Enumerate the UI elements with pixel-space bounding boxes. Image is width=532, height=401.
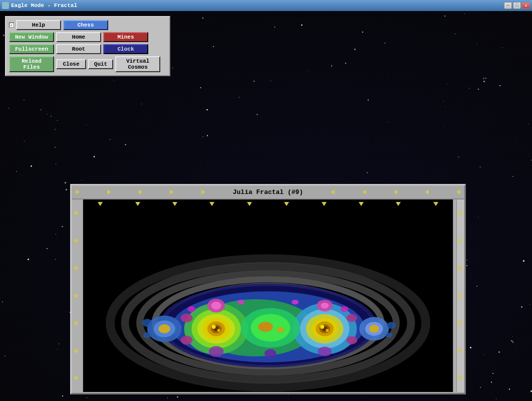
star [41,109,41,110]
menu-row-1: ✓ Help Chess [9,20,166,30]
star [444,16,445,17]
svg-point-45 [347,336,358,344]
star [369,34,370,35]
star [3,35,4,36]
star [202,18,203,19]
star [466,260,467,261]
star [368,99,369,100]
star [177,396,178,397]
star [478,89,479,90]
fractal-svg [72,199,464,392]
star [476,286,477,287]
star [28,259,29,260]
checkbox[interactable]: ✓ [9,23,14,28]
star [301,25,303,26]
svg-point-46 [142,319,152,327]
mines-button[interactable]: Mines [103,32,148,42]
star [5,355,6,356]
star [483,354,484,355]
star [9,108,9,108]
svg-point-48 [387,322,396,329]
star [512,336,513,337]
star [523,260,524,261]
star [238,97,239,98]
star [65,182,66,183]
svg-point-58 [217,329,220,332]
star [444,126,445,126]
maximize-button[interactable]: □ [513,2,521,9]
star [485,78,486,79]
star [445,107,446,107]
home-button[interactable]: Home [56,32,101,42]
close-panel-button[interactable]: Close [56,59,86,69]
star [207,135,208,136]
star [55,259,56,260]
star [86,125,87,125]
star [47,248,48,249]
svg-point-44 [347,314,358,322]
svg-point-41 [321,303,329,309]
app-container: ✓ Help Chess New Window Home Mines Fulls… [0,11,532,401]
svg-point-54 [209,346,224,357]
arrow-left-5 [456,189,460,194]
star [447,84,448,84]
star [458,156,459,157]
svg-point-39 [211,302,221,310]
close-button[interactable]: ✕ [522,2,530,9]
checkbox-row: ✓ [9,23,14,28]
star [202,136,203,137]
star [164,12,165,12]
star [384,43,386,44]
scrollbar[interactable] [456,199,464,392]
title-bar-text: Eagle Mode - Fractal [2,2,77,9]
svg-point-57 [212,325,216,329]
clock-button[interactable]: Clock [103,44,148,54]
star [114,80,114,81]
star [469,88,470,89]
star [308,70,308,71]
new-window-button[interactable]: New Window [9,32,54,42]
quit-button[interactable]: Quit [88,59,113,69]
star [492,373,493,373]
star [253,81,254,82]
star [167,397,168,398]
star [509,388,510,389]
star [345,63,346,64]
fractal-window: Julia Fractal (#9) [70,184,466,394]
fractal-title: Julia Fractal (#9) [233,188,303,196]
star [466,265,467,266]
svg-point-42 [181,313,193,322]
help-button[interactable]: Help [16,20,61,30]
star [512,341,513,342]
arrow-right-1 [76,189,80,194]
arrow-right-5 [201,189,205,194]
arrow-left-2 [362,189,366,194]
star [57,120,58,120]
star [57,349,58,349]
reload-files-button[interactable]: Reload Files [9,56,54,72]
chess-button[interactable]: Chess [63,20,108,30]
star [529,304,530,305]
star [2,301,3,302]
star [483,78,484,79]
star [521,306,522,308]
star [47,114,48,114]
virtual-cosmos-button[interactable]: Virtual Cosmos [115,56,160,72]
star [464,14,465,14]
svg-point-43 [181,336,193,345]
star [56,164,56,164]
star [125,144,126,145]
arrow-right-4 [170,189,174,194]
star [455,34,456,35]
svg-point-61 [258,322,273,332]
star [354,49,356,50]
menu-row-3: Fullscreen Root Clock [9,44,166,54]
svg-point-49 [385,333,392,338]
fullscreen-button[interactable]: Fullscreen [9,44,54,54]
star [24,100,25,101]
star [443,101,443,101]
root-button[interactable]: Root [56,44,101,54]
star [275,27,275,27]
star [496,398,496,399]
minimize-button[interactable]: — [504,2,512,9]
